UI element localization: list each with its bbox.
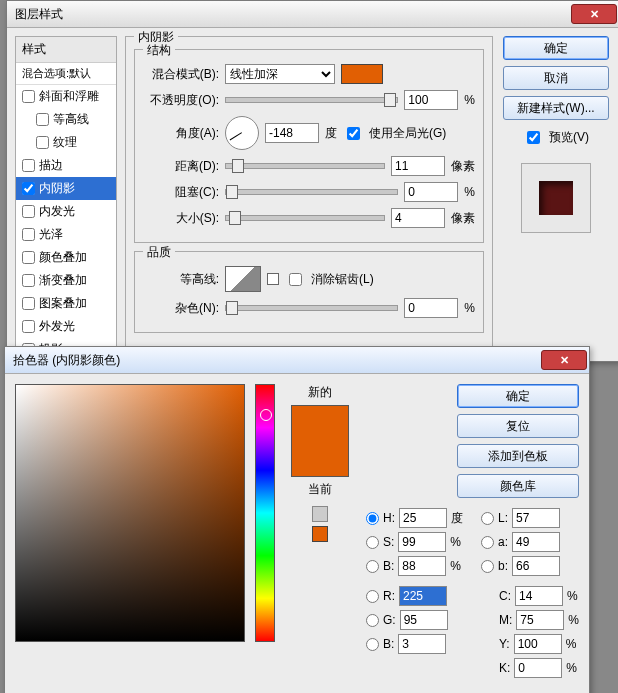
contour-label: 等高线: [143, 271, 219, 288]
h-input[interactable] [399, 508, 447, 528]
style-row-10[interactable]: 外发光 [16, 315, 116, 338]
blab-input[interactable] [512, 556, 560, 576]
style-row-8[interactable]: 渐变叠加 [16, 269, 116, 292]
global-light-checkbox[interactable] [347, 127, 360, 140]
size-input[interactable] [391, 208, 445, 228]
noise-slider[interactable] [225, 305, 398, 311]
noise-label: 杂色(N): [143, 300, 219, 317]
style-row-5[interactable]: 内发光 [16, 200, 116, 223]
h-radio[interactable] [366, 512, 379, 525]
y-input[interactable] [514, 634, 562, 654]
layer-style-dialog: 图层样式 ✕ 样式 混合选项:默认 斜面和浮雕等高线纹理描边内阴影内发光光泽颜色… [6, 0, 618, 362]
l-radio[interactable] [481, 512, 494, 525]
bc-input[interactable] [398, 634, 446, 654]
structure-group: 结构 混合模式(B): 线性加深 不透明度(O): % 角度(A): 度 [134, 49, 484, 243]
style-checkbox[interactable] [22, 251, 35, 264]
style-label: 纹理 [53, 134, 77, 151]
websafe-swatch[interactable] [312, 526, 328, 542]
style-row-0[interactable]: 斜面和浮雕 [16, 85, 116, 108]
color-swatch[interactable] [341, 64, 383, 84]
styles-header: 样式 [16, 37, 116, 63]
style-checkbox[interactable] [36, 136, 49, 149]
distance-slider[interactable] [225, 163, 385, 169]
m-input[interactable] [516, 610, 564, 630]
color-libraries-button[interactable]: 颜色库 [457, 474, 579, 498]
angle-input[interactable] [265, 123, 319, 143]
style-row-9[interactable]: 图案叠加 [16, 292, 116, 315]
noise-input[interactable] [404, 298, 458, 318]
layer-style-titlebar[interactable]: 图层样式 ✕ [7, 1, 618, 28]
choke-slider[interactable] [225, 189, 398, 195]
close-icon[interactable]: ✕ [571, 4, 617, 24]
blab-radio[interactable] [481, 560, 494, 573]
bv-input[interactable] [398, 556, 446, 576]
picker-ok-button[interactable]: 确定 [457, 384, 579, 408]
style-label: 外发光 [39, 318, 75, 335]
hue-slider[interactable] [255, 384, 275, 642]
picker-reset-button[interactable]: 复位 [457, 414, 579, 438]
s-radio[interactable] [366, 536, 379, 549]
blend-defaults[interactable]: 混合选项:默认 [16, 63, 116, 85]
style-checkbox[interactable] [22, 228, 35, 241]
style-label: 渐变叠加 [39, 272, 87, 289]
cube-icon [312, 506, 328, 522]
style-checkbox[interactable] [22, 182, 35, 195]
c-input[interactable] [515, 586, 563, 606]
blend-mode-select[interactable]: 线性加深 [225, 64, 335, 84]
style-checkbox[interactable] [36, 113, 49, 126]
new-label: 新的 [308, 384, 332, 401]
chevron-down-icon[interactable] [267, 273, 279, 285]
k-input[interactable] [514, 658, 562, 678]
style-label: 图案叠加 [39, 295, 87, 312]
r-radio[interactable] [366, 590, 379, 603]
style-row-7[interactable]: 颜色叠加 [16, 246, 116, 269]
a-input[interactable] [512, 532, 560, 552]
g-input[interactable] [400, 610, 448, 630]
quality-group: 品质 等高线: 消除锯齿(L) 杂色(N): % [134, 251, 484, 333]
size-slider[interactable] [225, 215, 385, 221]
style-row-4[interactable]: 内阴影 [16, 177, 116, 200]
style-checkbox[interactable] [22, 159, 35, 172]
l-input[interactable] [512, 508, 560, 528]
s-input[interactable] [398, 532, 446, 552]
style-checkbox[interactable] [22, 205, 35, 218]
choke-label: 阻塞(C): [143, 184, 219, 201]
cancel-button[interactable]: 取消 [503, 66, 609, 90]
angle-dial[interactable] [225, 116, 259, 150]
bv-radio[interactable] [366, 560, 379, 573]
quality-title: 品质 [143, 244, 175, 261]
add-swatch-button[interactable]: 添加到色板 [457, 444, 579, 468]
contour-picker[interactable] [225, 266, 261, 292]
distance-input[interactable] [391, 156, 445, 176]
style-row-6[interactable]: 光泽 [16, 223, 116, 246]
styles-list: 样式 混合选项:默认 斜面和浮雕等高线纹理描边内阴影内发光光泽颜色叠加渐变叠加图… [15, 36, 117, 362]
style-label: 描边 [39, 157, 63, 174]
new-current-swatch[interactable] [291, 405, 349, 477]
inner-shadow-group: 内阴影 结构 混合模式(B): 线性加深 不透明度(O): % 角度(A): [125, 36, 493, 350]
global-light-label: 使用全局光(G) [369, 125, 446, 142]
new-style-button[interactable]: 新建样式(W)... [503, 96, 609, 120]
preview-thumbnail [521, 163, 591, 233]
style-checkbox[interactable] [22, 297, 35, 310]
bc-radio[interactable] [366, 638, 379, 651]
style-checkbox[interactable] [22, 90, 35, 103]
antialias-checkbox[interactable] [289, 273, 302, 286]
style-checkbox[interactable] [22, 320, 35, 333]
style-row-3[interactable]: 描边 [16, 154, 116, 177]
color-field[interactable] [15, 384, 245, 642]
a-radio[interactable] [481, 536, 494, 549]
opacity-slider[interactable] [225, 97, 398, 103]
style-row-2[interactable]: 纹理 [16, 131, 116, 154]
g-radio[interactable] [366, 614, 379, 627]
window-title: 图层样式 [15, 6, 63, 23]
r-input[interactable] [399, 586, 447, 606]
style-row-1[interactable]: 等高线 [16, 108, 116, 131]
ok-button[interactable]: 确定 [503, 36, 609, 60]
current-label: 当前 [308, 481, 332, 498]
close-icon[interactable]: ✕ [541, 350, 587, 370]
preview-checkbox[interactable] [527, 131, 540, 144]
picker-titlebar[interactable]: 拾色器 (内阴影颜色) ✕ [5, 347, 589, 374]
style-checkbox[interactable] [22, 274, 35, 287]
choke-input[interactable] [404, 182, 458, 202]
opacity-input[interactable] [404, 90, 458, 110]
